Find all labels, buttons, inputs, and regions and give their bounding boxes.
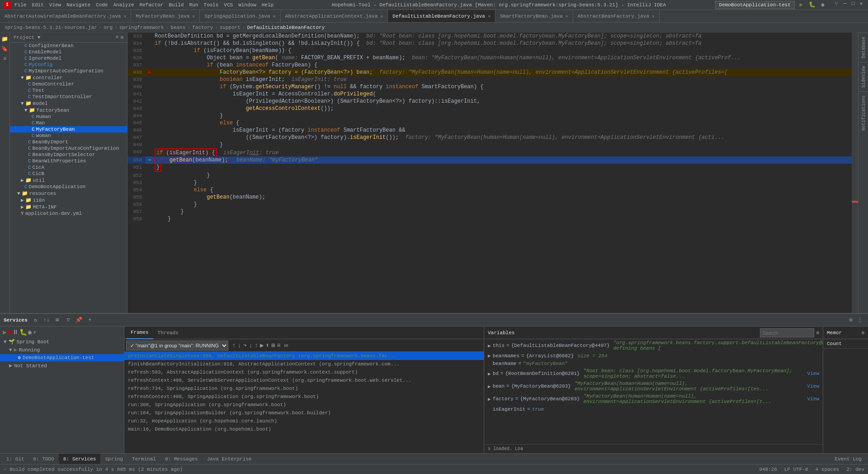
code-content[interactable]: 933 RootBeanDefinition bd = getMergedLoc… (127, 33, 858, 313)
services-add-icon[interactable]: + (85, 316, 94, 325)
bsb-messages[interactable]: 0: Messages (160, 454, 203, 465)
crumb-factory[interactable]: factory (192, 25, 213, 30)
run-icon[interactable]: ▶ (3, 328, 6, 336)
frame-item-4[interactable]: refresh:734, SpringApplication (org.spri… (124, 384, 484, 393)
bsb-services[interactable]: 8: Services (59, 454, 101, 465)
profile-icon[interactable]: ⚡ (33, 328, 36, 336)
frame-up-icon[interactable]: ↑ (232, 342, 236, 349)
var-bd[interactable]: ▶ bd = {RootBeanDefinition@6201} "Root b… (484, 367, 823, 380)
frame-down-icon[interactable]: ↓ (237, 342, 241, 349)
crumb-beans[interactable]: beans (170, 25, 185, 30)
table-icon[interactable]: ⊞ (271, 341, 275, 349)
crumb-org[interactable]: org (104, 25, 113, 30)
frame-item-0[interactable]: preInstantiateSingletons:950, DefaultLis… (124, 352, 484, 360)
tree-BeanByImportAutoConfiguration[interactable]: C BeanByImportAutoConfiguration (10, 145, 127, 152)
tree-controller[interactable]: ▼ 📁 controller (10, 74, 127, 81)
export-icon[interactable]: ⬆ (266, 341, 269, 349)
indent-setting[interactable]: 4 spaces (816, 467, 840, 472)
bsb-javaenterprise[interactable]: Java Enterprise (203, 454, 256, 465)
tree-factorybean[interactable]: ▼ 📁 factorybean (10, 107, 127, 114)
more-icon[interactable]: ≡ (277, 342, 280, 349)
tree-Human[interactable]: C Human (10, 114, 127, 120)
crumb-jar[interactable]: spring-beans-5.3.21-sources.jar (5, 25, 97, 30)
menu-code[interactable]: Code (96, 2, 108, 8)
pause-icon[interactable]: ⏸ (12, 329, 19, 336)
var-factory[interactable]: ▶ factory = {MyFactoryBean@6203} "MyFact… (484, 393, 823, 405)
var-this[interactable]: ▶ this = {DefaultListableBeanFactory@449… (484, 339, 823, 352)
tab-SpringApplication[interactable]: SpringApplication.java ✕ (200, 10, 280, 23)
tab-close-icon[interactable]: ✕ (380, 14, 383, 19)
menu-build[interactable]: Build (169, 2, 184, 8)
memory-settings-icon[interactable]: ⚙ (861, 330, 864, 336)
tree-BeanWithProperties[interactable]: C BeanWithProperties (10, 158, 127, 164)
frame-item-3[interactable]: refreshContext:408, ServletWebServerAppl… (124, 376, 484, 384)
crumb-class[interactable]: DefaultListableBeanFactory (247, 25, 325, 30)
tree-EnableModel[interactable]: C EnableModel (10, 49, 127, 55)
menu-navigate[interactable]: Navigate (66, 2, 90, 8)
services-options-icon[interactable]: ⋮ (855, 316, 864, 325)
menu-file[interactable]: File (14, 2, 26, 8)
step-into-icon[interactable]: ↓ (249, 342, 252, 349)
variables-settings-icon[interactable]: ⚙ (816, 330, 819, 336)
menu-view[interactable]: View (49, 2, 61, 8)
frame-item-9[interactable]: main:16, DemoBootApplication (org.hopeho… (124, 425, 484, 433)
tab-SmartFactoryBean[interactable]: SmartFactoryBean.java ✕ (495, 10, 573, 23)
menu-window[interactable]: Window (238, 2, 256, 8)
var-expand-icon[interactable]: ▶ (488, 396, 491, 402)
menu-tools[interactable]: Tools (203, 2, 218, 8)
var-expand-icon[interactable]: ▶ (488, 384, 491, 389)
debug-button[interactable]: 🐛 (807, 0, 816, 9)
step-over-icon[interactable]: ↷ (243, 341, 247, 349)
thread-dropdown[interactable]: ✓ "main"@1 in group "main": RUNNING (126, 341, 228, 351)
project-settings-icon[interactable]: ⚙ (120, 34, 123, 40)
services-notstarted-item[interactable]: ▶ Not Started (0, 361, 124, 370)
tree-DemoBootApplication[interactable]: C DemoBootApplication (10, 184, 127, 190)
tree-TestImportController[interactable]: C TestImportController (10, 94, 127, 100)
debug-tab-frames[interactable]: Frames (126, 327, 153, 339)
bsb-eventlog[interactable]: Event Log (830, 454, 866, 465)
coverage-button[interactable]: ◉ (818, 0, 827, 9)
menu-edit[interactable]: Edit (32, 2, 43, 8)
frame-item-2[interactable]: refresh:583, AbstractApplicationContext … (124, 368, 484, 376)
debug-icon2[interactable]: 🐛 (19, 328, 27, 336)
frame-item-8[interactable]: run:32, HopeApplication (org.hopehomi.co… (124, 417, 484, 425)
infinity-icon[interactable]: ∞ (284, 342, 288, 349)
var-view-link[interactable]: View (807, 384, 819, 389)
tree-BeanByImport[interactable]: C BeanByImport (10, 139, 127, 145)
tree-model[interactable]: ▼ 📁 model (10, 100, 127, 107)
tab-close-icon[interactable]: ✕ (488, 14, 491, 19)
var-expand-icon[interactable]: ▶ (488, 343, 491, 349)
services-pin-icon[interactable]: 📌 (75, 316, 84, 325)
var-beanName[interactable]: ▶ beanName = "myFactoryBean" (484, 360, 823, 367)
tab-AbstractAutowireCapableBeanFactory[interactable]: AbstractAutowireCapableBeanFactory.java … (0, 10, 131, 23)
frame-item-6[interactable]: run:308, SpringApplication (org.springfr… (124, 401, 484, 409)
tree-i18n[interactable]: ▶ 📁 i18n (10, 197, 127, 204)
bsb-todo[interactable]: 6: TODO (29, 454, 59, 465)
services-springboot-item[interactable]: ▼ 🌱 Spring Boot (0, 338, 124, 346)
right-tab-database[interactable]: Database (859, 33, 868, 62)
minimize-button[interactable]: ─ (842, 0, 848, 7)
menu-refactor[interactable]: Refactor (140, 2, 164, 8)
tree-application-dev-yml[interactable]: Y application-dev.yml (10, 210, 127, 217)
services-collapse-all-icon[interactable]: ↑↓ (42, 316, 51, 325)
bsb-git[interactable]: 1: Git (2, 454, 29, 465)
services-demoboot-item[interactable]: ⚙ DemoBootApplication-test (0, 354, 124, 361)
tree-BeansByImportSelector[interactable]: C BeansByImportSelector (10, 152, 127, 158)
variables-search-input[interactable] (760, 328, 814, 337)
line-ending[interactable]: LF UTF-8 (784, 467, 808, 472)
tree-Man[interactable]: C Man (10, 120, 127, 126)
tree-ConfigInnerBean[interactable]: C ConfigInnerBean (10, 43, 127, 49)
var-expand-icon[interactable]: ▶ (488, 353, 491, 359)
project-collapse-icon[interactable]: ≡ (116, 34, 119, 40)
debug-tab-threads[interactable]: Threads (153, 327, 183, 339)
stop-icon[interactable]: ■ (7, 329, 11, 336)
crumb-support[interactable]: support (220, 25, 241, 30)
tree-CicA[interactable]: C CicA (10, 164, 127, 171)
tree-resources[interactable]: ▼ 📁 resources (10, 190, 127, 197)
tree-MyConfig[interactable]: C MyConfig (10, 62, 127, 68)
tab-close-icon[interactable]: ✕ (652, 14, 655, 19)
bsb-terminal[interactable]: Terminal (127, 454, 160, 465)
services-reload-icon[interactable]: ↻ (31, 316, 40, 325)
coverage-icon2[interactable]: ◉ (28, 328, 32, 336)
crumb-springframework[interactable]: springframework (119, 25, 164, 30)
